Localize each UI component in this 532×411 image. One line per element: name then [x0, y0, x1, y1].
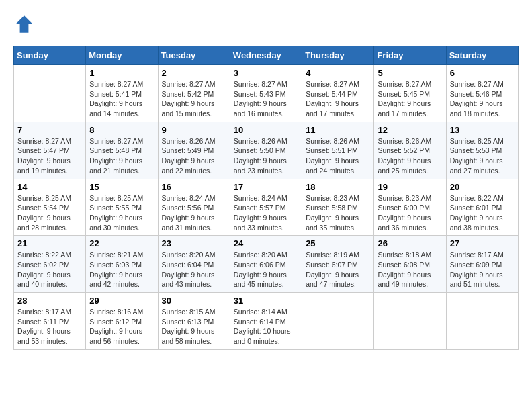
sunrise: Sunrise: 8:26 AM	[378, 137, 431, 145]
sunset: Sunset: 5:53 PM	[450, 146, 502, 154]
sunrise: Sunrise: 8:17 AM	[450, 250, 504, 259]
daylight: Daylight: 9 hours and 16 minutes.	[234, 99, 287, 118]
sunrise: Sunrise: 8:23 AM	[306, 194, 359, 202]
sunset: Sunset: 5:50 PM	[234, 146, 286, 154]
day-info: Sunrise: 8:27 AM Sunset: 5:44 PM Dayligh…	[306, 79, 370, 119]
sunset: Sunset: 5:51 PM	[306, 146, 358, 154]
sunrise: Sunrise: 8:27 AM	[17, 137, 71, 145]
day-info: Sunrise: 8:25 AM Sunset: 5:53 PM Dayligh…	[450, 136, 515, 176]
sunset: Sunset: 6:14 PM	[234, 318, 286, 326]
daylight: Daylight: 9 hours and 25 minutes.	[378, 156, 431, 175]
sunset: Sunset: 5:45 PM	[378, 90, 430, 98]
day-info: Sunrise: 8:26 AM Sunset: 5:49 PM Dayligh…	[162, 136, 226, 176]
daylight: Daylight: 9 hours and 27 minutes.	[450, 156, 503, 175]
calendar-cell: 14 Sunrise: 8:25 AM Sunset: 5:54 PM Dayl…	[14, 179, 86, 236]
day-info: Sunrise: 8:27 AM Sunset: 5:46 PM Dayligh…	[450, 79, 515, 119]
day-info: Sunrise: 8:14 AM Sunset: 6:14 PM Dayligh…	[234, 307, 298, 347]
calendar-cell: 17 Sunrise: 8:24 AM Sunset: 5:57 PM Dayl…	[230, 179, 302, 236]
day-number: 4	[306, 68, 370, 78]
daylight: Daylight: 9 hours and 17 minutes.	[306, 99, 359, 118]
calendar-week-3: 14 Sunrise: 8:25 AM Sunset: 5:54 PM Dayl…	[14, 179, 519, 236]
sunrise: Sunrise: 8:17 AM	[17, 308, 71, 316]
calendar-cell: 3 Sunrise: 8:27 AM Sunset: 5:43 PM Dayli…	[230, 65, 302, 122]
calendar-week-5: 28 Sunrise: 8:17 AM Sunset: 6:11 PM Dayl…	[14, 293, 519, 350]
day-info: Sunrise: 8:26 AM Sunset: 5:50 PM Dayligh…	[234, 136, 298, 176]
day-number: 30	[162, 295, 226, 306]
sunrise: Sunrise: 8:24 AM	[234, 194, 287, 202]
calendar-cell: 21 Sunrise: 8:22 AM Sunset: 6:02 PM Dayl…	[14, 236, 86, 293]
sunrise: Sunrise: 8:21 AM	[89, 250, 143, 259]
daylight: Daylight: 9 hours and 45 minutes.	[234, 271, 287, 289]
day-number: 21	[17, 238, 82, 248]
day-number: 5	[378, 68, 442, 78]
day-number: 9	[162, 125, 226, 135]
sunset: Sunset: 5:57 PM	[234, 203, 286, 212]
day-number: 7	[17, 125, 82, 135]
day-number: 19	[378, 182, 442, 192]
sunset: Sunset: 6:13 PM	[162, 318, 214, 326]
day-info: Sunrise: 8:17 AM Sunset: 6:11 PM Dayligh…	[17, 307, 82, 347]
sunset: Sunset: 5:56 PM	[162, 203, 214, 212]
sunrise: Sunrise: 8:27 AM	[89, 80, 143, 88]
calendar-cell: 4 Sunrise: 8:27 AM Sunset: 5:44 PM Dayli…	[302, 65, 374, 122]
day-number: 16	[162, 182, 226, 192]
calendar-cell: 31 Sunrise: 8:14 AM Sunset: 6:14 PM Dayl…	[230, 293, 302, 350]
day-info: Sunrise: 8:16 AM Sunset: 6:12 PM Dayligh…	[89, 307, 154, 347]
day-info: Sunrise: 8:25 AM Sunset: 5:54 PM Dayligh…	[17, 193, 82, 233]
daylight: Daylight: 9 hours and 14 minutes.	[89, 99, 142, 118]
sunrise: Sunrise: 8:27 AM	[450, 80, 504, 88]
daylight: Daylight: 9 hours and 30 minutes.	[89, 214, 142, 232]
day-number: 26	[378, 238, 442, 248]
sunrise: Sunrise: 8:25 AM	[89, 194, 143, 202]
sunset: Sunset: 6:02 PM	[17, 261, 70, 269]
calendar-cell: 1 Sunrise: 8:27 AM Sunset: 5:41 PM Dayli…	[86, 65, 158, 122]
header-monday: Monday	[86, 46, 158, 65]
calendar-cell: 10 Sunrise: 8:26 AM Sunset: 5:50 PM Dayl…	[230, 122, 302, 179]
day-number: 12	[378, 125, 442, 135]
day-info: Sunrise: 8:19 AM Sunset: 6:07 PM Dayligh…	[306, 250, 370, 289]
day-number: 14	[17, 182, 82, 192]
day-number: 22	[89, 238, 154, 248]
sunrise: Sunrise: 8:22 AM	[17, 250, 71, 259]
calendar-cell: 22 Sunrise: 8:21 AM Sunset: 6:03 PM Dayl…	[86, 236, 158, 293]
sunrise: Sunrise: 8:23 AM	[378, 194, 431, 202]
header-thursday: Thursday	[302, 46, 374, 65]
daylight: Daylight: 9 hours and 31 minutes.	[162, 214, 215, 232]
day-info: Sunrise: 8:27 AM Sunset: 5:45 PM Dayligh…	[378, 79, 442, 119]
daylight: Daylight: 9 hours and 53 minutes.	[17, 327, 71, 345]
logo-icon	[13, 13, 35, 35]
calendar-cell: 29 Sunrise: 8:16 AM Sunset: 6:12 PM Dayl…	[86, 293, 158, 350]
sunrise: Sunrise: 8:24 AM	[162, 194, 216, 202]
sunrise: Sunrise: 8:19 AM	[306, 250, 359, 259]
calendar-week-4: 21 Sunrise: 8:22 AM Sunset: 6:02 PM Dayl…	[14, 236, 519, 293]
calendar-cell: 5 Sunrise: 8:27 AM Sunset: 5:45 PM Dayli…	[374, 65, 446, 122]
calendar-cell: 16 Sunrise: 8:24 AM Sunset: 5:56 PM Dayl…	[158, 179, 230, 236]
sunset: Sunset: 6:08 PM	[378, 261, 430, 269]
daylight: Daylight: 9 hours and 38 minutes.	[450, 214, 503, 232]
header-wednesday: Wednesday	[230, 46, 302, 65]
day-info: Sunrise: 8:23 AM Sunset: 6:00 PM Dayligh…	[378, 193, 442, 233]
day-number: 6	[450, 68, 515, 78]
calendar-cell	[374, 293, 446, 350]
calendar-cell: 27 Sunrise: 8:17 AM Sunset: 6:09 PM Dayl…	[446, 236, 518, 293]
day-info: Sunrise: 8:27 AM Sunset: 5:43 PM Dayligh…	[234, 79, 298, 119]
day-number: 13	[450, 125, 515, 135]
calendar-cell: 18 Sunrise: 8:23 AM Sunset: 5:58 PM Dayl…	[302, 179, 374, 236]
sunset: Sunset: 6:01 PM	[450, 203, 502, 212]
day-number: 3	[234, 68, 298, 78]
sunset: Sunset: 5:55 PM	[89, 203, 142, 212]
calendar-cell: 25 Sunrise: 8:19 AM Sunset: 6:07 PM Dayl…	[302, 236, 374, 293]
daylight: Daylight: 9 hours and 51 minutes.	[450, 271, 503, 289]
sunset: Sunset: 5:44 PM	[306, 90, 358, 98]
calendar-cell: 12 Sunrise: 8:26 AM Sunset: 5:52 PM Dayl…	[374, 122, 446, 179]
daylight: Daylight: 9 hours and 18 minutes.	[450, 99, 503, 118]
header-friday: Friday	[374, 46, 446, 65]
day-info: Sunrise: 8:23 AM Sunset: 5:58 PM Dayligh…	[306, 193, 370, 233]
calendar-cell: 20 Sunrise: 8:22 AM Sunset: 6:01 PM Dayl…	[446, 179, 518, 236]
day-number: 28	[17, 295, 82, 306]
sunrise: Sunrise: 8:25 AM	[450, 137, 504, 145]
sunset: Sunset: 6:03 PM	[89, 261, 142, 269]
sunrise: Sunrise: 8:26 AM	[162, 137, 216, 145]
sunrise: Sunrise: 8:27 AM	[306, 80, 359, 88]
day-number: 31	[234, 295, 298, 306]
